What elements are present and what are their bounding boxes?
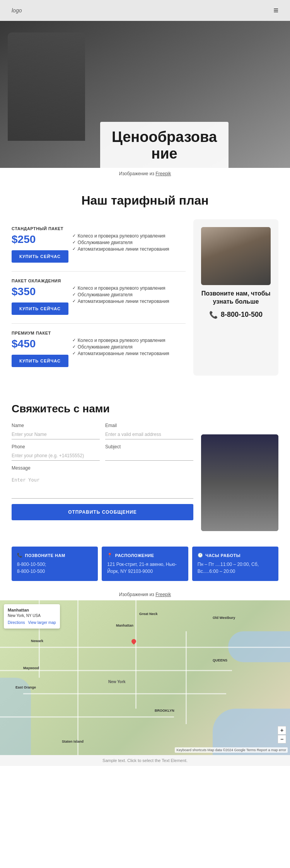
plan-label-premium: ПРЕМИУМ ПАКЕТ [12,331,186,335]
map-label-brooklyn: BROOKLYN [155,709,174,713]
name-label: Name [12,423,100,428]
map-location-sub: New York, NY USA [8,613,41,618]
hero-title: Ценообразова ние [112,129,217,162]
map-label-manhattan: Manhattan [116,624,133,627]
feature-item: Колесо и проверка рулевого управления [72,338,186,343]
plan-price-cooling: $350 [12,285,68,298]
hero-subtitle: Изображение из Freepik [0,168,290,178]
road-v1 [77,600,78,755]
message-label: Message [12,465,193,471]
info-card-location-title: 📍 РАСПОЛОЖЕНИЕ [107,553,183,558]
contact-side-image [201,434,278,531]
freepik-credit: Изображения из Freepik [0,589,290,600]
pricing-card-call-text: Позвоните нам, чтобы узнать больше [200,290,272,306]
feature-item: Автоматизированные линии тестирования [72,299,186,304]
road-h3 [23,693,226,694]
hamburger-menu[interactable]: ≡ [273,5,278,15]
feature-item: Колесо и проверка рулевого управления [72,285,186,291]
plan-features-standard: Колесо и проверка рулевого управления Об… [72,233,186,253]
hero-title-box: Ценообразова ние [100,122,229,168]
name-input[interactable] [12,430,100,439]
map-label-queens: QUEENS [213,658,227,662]
plan-features-premium: Колесо и проверка рулевого управления Об… [72,338,186,357]
pricing-grid: СТАНДАРТНЫЙ ПАКЕТ $250 КУПИТЬ СЕЙЧАС Кол… [12,219,278,376]
subject-input[interactable] [105,451,193,461]
location-icon-card: 📍 [107,553,113,558]
message-textarea[interactable] [12,475,193,499]
pricing-card-phone-number: 8-800-10-500 [221,311,263,319]
map-label-old-westbury: Old Westbury [213,616,235,620]
info-card-location-body: 121 Рок-стрит, 21-я авеню, Нью-Йорк, NY … [107,561,183,575]
plan-label-standard: СТАНДАРТНЫЙ ПАКЕТ [12,226,186,231]
map-zoom-controls: + − [278,726,286,743]
map-directions-link[interactable]: Directions [8,620,25,625]
feature-item: Автоматизированные линии тестирования [72,351,186,356]
plan-premium: ПРЕМИУМ ПАКЕТ $450 КУПИТЬ СЕЙЧАС Колесо … [12,324,186,376]
pricing-title: Наш тарифный план [12,193,278,208]
map-label-maywood: Maywood [23,666,39,670]
map-section[interactable]: New York Newark Manhattan BROOKLYN QUEEN… [0,600,290,755]
contact-form-wrapper: Name Email Phone Subject [12,423,193,531]
freepik-link-bottom[interactable]: Freepik [155,592,171,597]
info-card-phone-title: 📞 ПОЗВОНИТЕ НАМ [17,553,92,558]
info-card-hours: 🕐 ЧАСЫ РАБОТЫ Пн – Пт ....11:00 – 20:00,… [192,547,278,581]
plan-label-cooling: ПАКЕТ ОХЛАЖДЕНИЯ [12,279,186,283]
map-bg: New York Newark Manhattan BROOKLYN QUEEN… [0,600,290,755]
map-view-larger-link[interactable]: View larger map [28,620,56,625]
info-card-phone-body: 8-800-10-500; 8-800-10-500 [17,561,92,575]
hero-section: Ценообразова ние [0,21,290,168]
contact-grid: Name Email Phone Subject [12,423,278,531]
feature-item: Автоматизированные линии тестирования [72,246,186,252]
contact-form: Name Email Phone Subject [12,423,193,520]
info-cards-section: 📞 ПОЗВОНИТЕ НАМ 8-800-10-500; 8-800-10-5… [0,539,290,589]
email-label: Email [105,423,193,428]
subject-field-group: Subject [105,444,193,461]
pricing-plans: СТАНДАРТНЫЙ ПАКЕТ $250 КУПИТЬ СЕЙЧАС Кол… [12,219,186,376]
feature-item: Обслуживание двигателя [72,344,186,350]
pricing-card-phone: 📞 8-800-10-500 [209,311,263,319]
info-card-hours-title: 🕐 ЧАСЫ РАБОТЫ [198,553,273,558]
map-zoom-in[interactable]: + [278,726,286,735]
plan-price-standard: $250 [12,233,68,246]
sample-text: Sample text. Click to select the Text El… [0,755,290,766]
phone-icon-card: 📞 [17,553,23,558]
pricing-card-image-inner [201,227,271,285]
submit-button[interactable]: ОТПРАВИТЬ СООБЩЕНИЕ [12,504,193,520]
message-field-group: Message [12,465,193,499]
feature-item: Колесо и проверка рулевого управления [72,233,186,239]
map-location-name: Manhattan [8,608,29,612]
info-card-hours-body: Пн – Пт ....11:00 – 20:00, Сб, Вс.....6:… [198,561,273,575]
plan-price-premium: $450 [12,338,68,350]
phone-input[interactable] [12,451,100,461]
map-label-staten: Staten Island [62,740,84,743]
subject-label: Subject [105,444,193,449]
feature-item: Обслуживание двигателя [72,240,186,245]
contact-image-inner [201,434,278,531]
road-v3 [186,631,187,724]
plan-standard: СТАНДАРТНЫЙ ПАКЕТ $250 КУПИТЬ СЕЙЧАС Кол… [12,219,186,272]
phone-label: Phone [12,444,100,449]
contact-title: Свяжитесь с нами [12,403,278,415]
email-input[interactable] [105,430,193,439]
feature-item: Обслуживание двигателя [72,292,186,297]
contact-section: Свяжитесь с нами Name Email Phone [0,387,290,539]
info-card-phone: 📞 ПОЗВОНИТЕ НАМ 8-800-10-500; 8-800-10-5… [12,547,98,581]
map-label-ny: New York [108,680,126,684]
phone-icon: 📞 [209,311,218,319]
plan-btn-premium[interactable]: КУПИТЬ СЕЙЧАС [12,355,68,367]
road-h2 [0,670,232,671]
phone-field-group: Phone [12,444,100,461]
map-card-links: Directions View larger map [8,620,56,625]
name-field-group: Name [12,423,100,439]
map-label-newark: Newark [31,639,43,643]
info-card-location: 📍 РАСПОЛОЖЕНИЕ 121 Рок-стрит, 21-я авеню… [102,547,188,581]
clock-icon-card: 🕐 [198,553,203,558]
pricing-section: Наш тарифный план СТАНДАРТНЫЙ ПАКЕТ $250… [0,178,290,387]
plan-btn-standard[interactable]: КУПИТЬ СЕЙЧАС [12,250,68,263]
map-zoom-out[interactable]: − [278,735,286,743]
freepik-link[interactable]: Freepik [155,171,171,176]
pricing-side-card: Позвоните нам, чтобы узнать больше 📞 8-8… [193,219,278,376]
map-attribution: Keyboard shortcuts Map data ©2024 Google… [175,747,288,753]
map-info-card: Manhattan New York, NY USA Directions Vi… [4,604,60,629]
plan-btn-cooling[interactable]: КУПИТЬ СЕЙЧАС [12,302,68,315]
